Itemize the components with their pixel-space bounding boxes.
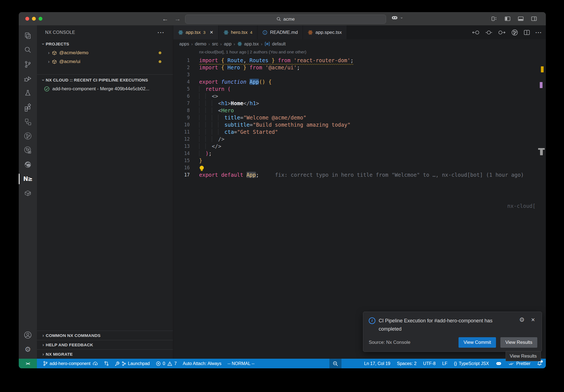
split-editor-icon[interactable] <box>524 30 530 35</box>
maximize-window-button[interactable] <box>39 17 42 21</box>
code-line[interactable]: 2import { Hero } from '@acme/ui'; <box>173 64 546 71</box>
close-window-button[interactable] <box>25 17 29 21</box>
code-line[interactable]: 6<> <box>173 92 546 100</box>
sidebar-item-nx-console[interactable]: N≥ <box>19 172 37 186</box>
cursor-position[interactable]: Ln 17, Col 19 <box>364 361 390 366</box>
sidebar-item-gitlens-inspect[interactable] <box>19 143 37 157</box>
code-token: < <box>218 107 221 113</box>
code-line[interactable]: 16 <box>173 164 546 171</box>
breadcrumb-file[interactable]: app.tsx <box>244 41 259 47</box>
section-projects[interactable]: › PROJECTS <box>37 40 173 48</box>
tab-label: app.spec.tsx <box>315 30 341 35</box>
view-commit-button[interactable]: View Commit <box>459 337 496 348</box>
code-line[interactable]: 8<Hero <box>173 107 546 114</box>
customize-layout-icon[interactable] <box>491 16 497 21</box>
code-line[interactable]: 5return ( <box>173 85 546 92</box>
remote-indicator[interactable]: >< <box>19 359 37 368</box>
toggle-panel-icon[interactable] <box>518 16 524 21</box>
sidebar-item-extensions[interactable] <box>19 100 37 115</box>
sidebar-item-explorer[interactable] <box>19 29 37 43</box>
launchpad-indicator[interactable]: Launchpad <box>115 361 150 366</box>
copilot-status[interactable] <box>495 361 502 366</box>
accounts-button[interactable] <box>19 328 37 342</box>
tab-app-spec-tsx[interactable]: app.spec.tsx <box>303 25 347 39</box>
problems-indicator[interactable]: 0 7 <box>156 361 177 366</box>
line-content: </> <box>199 143 221 149</box>
code-token: } <box>272 57 275 63</box>
close-icon[interactable]: ✕ <box>531 317 535 323</box>
sidebar-item-search[interactable] <box>19 43 37 57</box>
minimize-window-button[interactable] <box>32 17 36 21</box>
sidebar-item-containers[interactable] <box>19 186 37 200</box>
section-help-and-feedback[interactable]: › HELP AND FEEDBACK <box>37 340 173 349</box>
vim-mode-indicator[interactable]: -- NORMAL -- <box>227 361 254 366</box>
auto-attach-indicator[interactable]: Auto Attach: Always <box>183 361 222 366</box>
copilot-menu[interactable]: ⌄ <box>391 15 403 21</box>
encoding-indicator[interactable]: UTF-8 <box>423 361 435 366</box>
code-line[interactable]: 1import { Route, Routes } from 'react-ro… <box>173 57 546 64</box>
indentation-indicator[interactable]: Spaces: 2 <box>397 361 416 366</box>
close-icon[interactable]: ✕ <box>210 30 213 35</box>
history-back-icon[interactable]: ← <box>162 15 168 23</box>
gear-icon: ⚙ <box>25 345 31 354</box>
formatter-indicator[interactable]: Prettier <box>509 361 530 366</box>
sidebar-item-project-hierarchy[interactable] <box>19 115 37 129</box>
sidebar-item-edge-devtools[interactable] <box>19 157 37 172</box>
toggle-primary-sidebar-icon[interactable] <box>505 16 511 21</box>
code-line[interactable]: 3 <box>173 71 546 78</box>
code-token: = <box>240 115 243 121</box>
lightbulb-icon[interactable] <box>200 166 204 170</box>
main-row: N≥ ⚙ NX CONSOLE ··· › PROJECTS › @acme/d… <box>19 25 546 359</box>
section-nx-cloud[interactable]: › NX CLOUD :: RECENT CI PIPELINE EXECUTI… <box>37 76 173 85</box>
code-line[interactable]: 10subtitle="Build something amazing toda… <box>173 121 546 128</box>
pipeline-execution-item[interactable]: add-hero-component - Merge 409b44e5cb02.… <box>37 85 173 93</box>
breadcrumb-apps[interactable]: apps <box>179 41 189 47</box>
nav-back-icon[interactable] <box>472 29 480 36</box>
compare-changes[interactable] <box>104 361 109 366</box>
sidebar-more-actions[interactable]: ··· <box>158 29 165 36</box>
tab-app-tsx[interactable]: app.tsx 3 ✕ <box>173 25 219 39</box>
view-results-button[interactable]: View Results <box>500 337 537 348</box>
breadcrumb-src[interactable]: src <box>212 41 218 47</box>
project-item-acme-ui[interactable]: › @acme/ui <box>37 57 173 66</box>
sidebar-item-run-debug[interactable] <box>19 72 37 86</box>
project-item-acme-demo[interactable]: › @acme/demo <box>37 48 173 57</box>
eol-indicator[interactable]: LF <box>442 361 448 366</box>
history-forward-icon[interactable]: → <box>174 15 181 23</box>
command-center-search[interactable]: acme <box>185 15 386 24</box>
section-common-nx-commands[interactable]: › COMMON NX COMMANDS <box>37 331 173 340</box>
toggle-secondary-sidebar-icon[interactable] <box>531 16 537 21</box>
code-line[interactable]: 7<h1>Home</h1> <box>173 100 546 107</box>
indent-guides <box>199 143 212 149</box>
code-line[interactable]: 9title="Welcome @acme/demo" <box>173 114 546 121</box>
breadcrumb-demo[interactable]: demo <box>195 41 206 47</box>
notifications-bell[interactable] <box>537 361 542 366</box>
notification-settings-icon[interactable]: ⚙ <box>519 316 525 323</box>
code-line[interactable]: 15} <box>173 157 546 164</box>
nav-current-icon[interactable] <box>485 29 492 36</box>
breadcrumb-app[interactable]: app <box>224 41 232 47</box>
code-token: ; <box>297 64 300 70</box>
nav-forward-icon[interactable] <box>498 29 506 36</box>
code-line[interactable]: 12/> <box>173 135 546 143</box>
code-line[interactable]: 4export function App() { <box>173 78 546 85</box>
section-nx-migrate[interactable]: › NX MIGRATE <box>37 349 173 359</box>
code-line[interactable]: 13</> <box>173 143 546 150</box>
sidebar-item-source-control[interactable] <box>19 57 37 72</box>
tab-readme-md[interactable]: README.md <box>257 25 303 39</box>
more-actions-icon[interactable]: ··· <box>535 29 542 36</box>
branch-indicator[interactable]: add-hero-component <box>43 361 98 366</box>
code-line[interactable]: 17export default App;fix: correct typo i… <box>173 171 546 178</box>
breadcrumb-symbol[interactable]: default <box>272 41 286 47</box>
sidebar-item-gitlens[interactable] <box>19 129 37 143</box>
zoom-indicator[interactable] <box>329 359 341 368</box>
graph-mini-icon <box>122 361 126 366</box>
commit-graph-icon[interactable] <box>511 29 518 36</box>
line-content <box>199 166 204 170</box>
language-indicator[interactable]: {} TypeScript JSX <box>454 361 489 366</box>
tab-hero-tsx[interactable]: hero.tsx 4 <box>219 25 258 39</box>
code-line[interactable]: 14); <box>173 150 546 157</box>
settings-button[interactable]: ⚙ <box>19 342 37 356</box>
code-line[interactable]: 11cta="Get Started" <box>173 128 546 135</box>
sidebar-item-testing[interactable] <box>19 86 37 100</box>
